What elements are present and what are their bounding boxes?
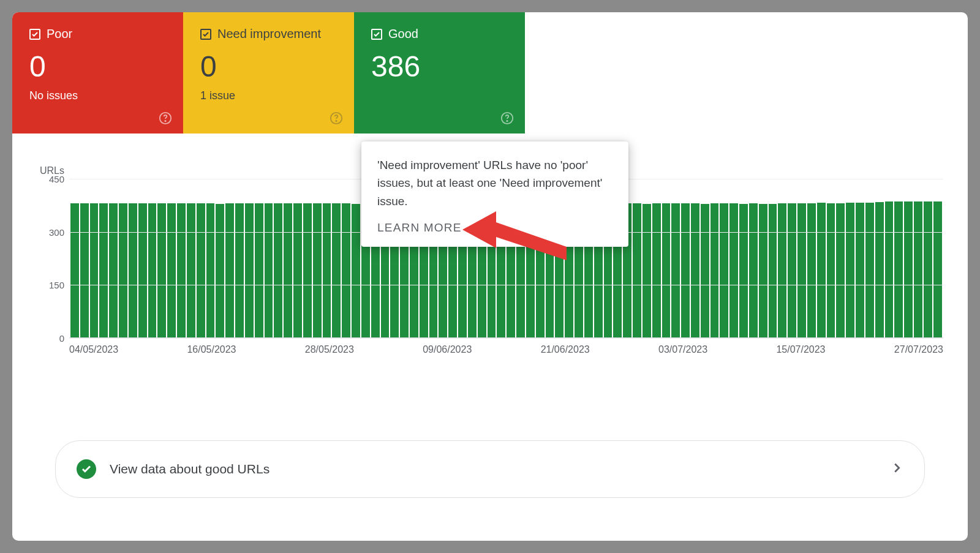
chart-bar[interactable] [769,204,777,337]
chart-bar[interactable] [332,203,341,337]
chart-xaxis: 04/05/202316/05/202328/05/202309/06/2023… [69,338,943,355]
chart-bar[interactable] [933,201,942,337]
chart-bar[interactable] [90,203,99,337]
chart-bar[interactable] [827,203,835,337]
chart-bar[interactable] [894,201,903,337]
status-tabs: Poor 0 No issues Need improvement 0 1 is… [12,12,968,134]
chart-xtick: 27/07/2023 [894,344,943,355]
svg-marker-6 [462,211,567,260]
chart-bar[interactable] [739,204,748,337]
chart-bar[interactable] [293,203,302,337]
chart-bar[interactable] [274,203,282,337]
view-good-urls-button[interactable]: View data about good URLs [55,440,925,498]
chart-bar[interactable] [129,203,137,337]
svg-point-5 [507,121,507,121]
chart-bar[interactable] [138,203,147,337]
tab-poor[interactable]: Poor 0 No issues [12,12,183,134]
chart-xtick: 15/07/2023 [776,344,825,355]
chart-bar[interactable] [710,203,719,337]
chart-bar[interactable] [177,203,186,337]
chart-bar[interactable] [235,203,244,337]
chart-bar[interactable] [206,203,215,337]
chart-bar[interactable] [265,203,273,337]
tab-need-improvement[interactable]: Need improvement 0 1 issue [183,12,354,134]
chart-bar[interactable] [643,204,651,337]
chart-bar[interactable] [652,203,661,337]
chart-bar[interactable] [303,203,312,337]
chart-bar[interactable] [167,203,176,337]
chart-xtick: 03/07/2023 [658,344,707,355]
chart-bar[interactable] [225,203,234,337]
help-icon[interactable] [330,111,343,125]
chart-bar[interactable] [197,203,205,337]
chart-bar[interactable] [749,203,758,337]
checkbox-icon [200,29,211,40]
tab-need-sub: 1 issue [200,89,337,102]
svg-point-1 [165,121,165,121]
tab-poor-sub: No issues [29,89,166,102]
chart-bar[interactable] [914,201,922,337]
chart-bar[interactable] [691,203,699,337]
chart-bar[interactable] [187,203,195,337]
tab-poor-label: Poor [47,27,72,41]
chart-bar[interactable] [313,203,322,337]
chart-bar[interactable] [633,203,641,337]
chart-ytick: 150 [40,280,64,290]
chart-bar[interactable] [846,203,854,337]
help-icon[interactable] [159,111,172,125]
tab-need-count: 0 [200,50,337,83]
chart-bar[interactable] [924,201,932,337]
chart-bar[interactable] [729,203,738,337]
chart-bar[interactable] [720,203,728,337]
checkbox-icon [371,29,382,40]
chart-bar[interactable] [797,203,806,337]
chart-bar[interactable] [109,203,118,337]
arrow-annotation-icon [462,211,579,281]
chart-bar[interactable] [255,203,263,337]
tab-need-label: Need improvement [217,27,321,41]
check-circle-icon [77,459,96,479]
tab-good[interactable]: Good 386 [354,12,525,134]
chart-bar[interactable] [701,204,709,337]
chart-bar[interactable] [284,203,292,337]
chart-xtick: 16/05/2023 [187,344,236,355]
chart-bar[interactable] [245,203,254,337]
tab-good-label: Good [388,27,418,41]
chart-bar[interactable] [323,203,331,337]
chart-bar[interactable] [157,203,166,337]
view-good-urls-label: View data about good URLs [110,462,876,476]
chart-bar[interactable] [70,203,79,337]
chevron-right-icon [890,461,903,477]
chart-bar[interactable] [759,204,767,337]
chart-bar[interactable] [875,202,884,337]
chart-ytick: 450 [40,174,64,184]
tab-poor-count: 0 [29,50,166,83]
chart-xtick: 21/06/2023 [541,344,590,355]
chart-ytick: 0 [40,333,64,344]
chart-xtick: 04/05/2023 [69,344,118,355]
chart-bar[interactable] [836,203,845,337]
tab-good-count: 386 [371,50,508,83]
chart-bar[interactable] [342,203,350,337]
chart-bar[interactable] [671,203,680,337]
chart-bar[interactable] [119,203,127,337]
chart-bar[interactable] [778,203,786,337]
chart-bar[interactable] [817,203,826,337]
chart-bar[interactable] [904,201,913,337]
chart-bar[interactable] [662,203,671,337]
chart-bar[interactable] [80,203,89,337]
chart-bar[interactable] [807,203,816,337]
chart-bar[interactable] [216,204,224,337]
chart-bar[interactable] [788,203,796,337]
chart-bar[interactable] [352,204,360,337]
checkbox-icon [29,29,40,40]
help-icon[interactable] [500,111,514,125]
chart-bar[interactable] [856,203,864,337]
chart-bar[interactable] [99,203,108,337]
chart-bar[interactable] [681,203,690,337]
chart-bar[interactable] [885,201,894,337]
chart-bar[interactable] [148,203,157,337]
chart-xtick: 28/05/2023 [305,344,354,355]
chart-bar[interactable] [865,203,874,337]
chart-xtick: 09/06/2023 [423,344,472,355]
